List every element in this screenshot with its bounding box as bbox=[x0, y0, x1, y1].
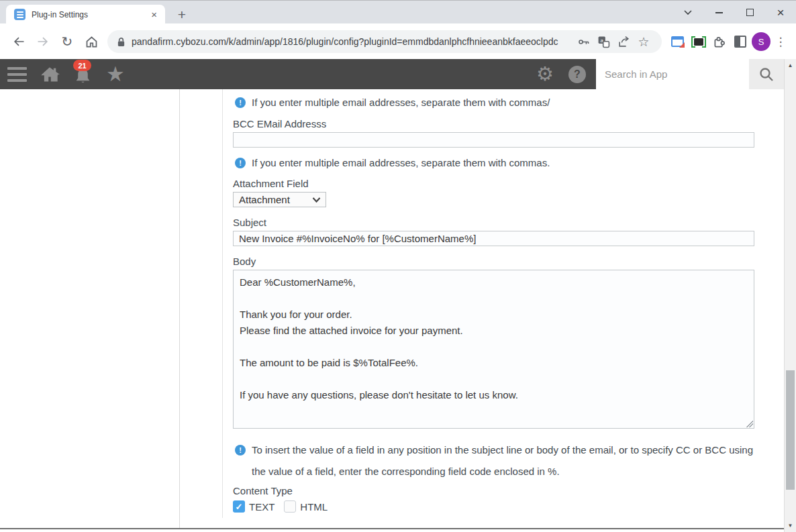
settings-gear-icon[interactable]: ⚙ bbox=[535, 59, 555, 89]
new-tab-button[interactable]: + bbox=[173, 6, 191, 23]
tab-close-icon[interactable]: × bbox=[148, 9, 160, 20]
reload-button[interactable]: ↻ bbox=[55, 30, 79, 54]
bcc-input[interactable] bbox=[233, 132, 754, 148]
hamburger-menu-icon[interactable] bbox=[7, 59, 27, 89]
profile-avatar[interactable]: S bbox=[752, 32, 770, 51]
bookmark-star-icon[interactable]: ☆ bbox=[634, 32, 654, 52]
info-row-cc: ! If you enter multiple email addresses,… bbox=[235, 97, 754, 109]
maximize-button[interactable] bbox=[734, 1, 765, 24]
tab-search-chevron-icon[interactable] bbox=[673, 1, 703, 24]
window-close-button[interactable]: × bbox=[765, 1, 796, 24]
plugin-settings-form: ! If you enter multiple email addresses,… bbox=[233, 89, 754, 513]
window-controls: × bbox=[673, 1, 796, 24]
password-key-icon[interactable] bbox=[573, 32, 593, 52]
content-type-html-checkbox[interactable] bbox=[284, 500, 296, 513]
browser-menu-kebab-icon[interactable]: ⋮ bbox=[772, 35, 789, 49]
notification-badge: 21 bbox=[73, 60, 91, 71]
tab-strip: Plug-in Settings × + × bbox=[0, 0, 796, 23]
notifications-bell-icon[interactable]: 21 bbox=[72, 59, 93, 89]
form-section-border bbox=[222, 89, 223, 518]
translate-icon[interactable]: a bbox=[593, 32, 613, 52]
browser-window: Plug-in Settings × + × ↻ pandafirm.cyboz… bbox=[0, 0, 796, 532]
left-column-divider bbox=[179, 89, 180, 528]
page-scrollbar[interactable]: ▲ ▼ bbox=[784, 59, 796, 532]
contrast-extension-icon[interactable] bbox=[730, 32, 750, 52]
browser-toolbar: ↻ pandafirm.cybozu.com/k/admin/app/1816/… bbox=[0, 24, 796, 59]
app-header: 21 ★ ⚙ ? bbox=[0, 59, 784, 89]
url-bar[interactable]: pandafirm.cybozu.com/k/admin/app/1816/pl… bbox=[107, 30, 662, 53]
attachment-select-value: Attachment bbox=[239, 194, 290, 205]
content-type-text-label: TEXT bbox=[249, 501, 275, 513]
plugin-settings-page: ! If you enter multiple email addresses,… bbox=[0, 89, 784, 532]
info-text-cc: If you enter multiple email addresses, s… bbox=[252, 97, 550, 109]
scroll-down-arrow-icon[interactable]: ▼ bbox=[785, 520, 796, 531]
attachment-select[interactable]: Attachment bbox=[233, 192, 326, 207]
info-icon: ! bbox=[235, 158, 246, 168]
search-button[interactable] bbox=[749, 59, 784, 89]
subject-label: Subject bbox=[233, 217, 754, 229]
body-textarea-wrap: Dear %CustomerName%, Thank you for your … bbox=[233, 270, 754, 429]
scroll-up-arrow-icon[interactable]: ▲ bbox=[785, 60, 796, 71]
section-bottom-divider bbox=[0, 528, 784, 529]
body-label: Body bbox=[233, 256, 754, 268]
bcc-label: BCC EMail Addresss bbox=[233, 118, 754, 130]
search-input[interactable] bbox=[596, 59, 749, 89]
content-type-options: ✓ TEXT HTML bbox=[233, 500, 754, 513]
chevron-down-icon bbox=[312, 197, 321, 203]
tab-title: Plug-in Settings bbox=[32, 10, 148, 19]
minimize-button[interactable] bbox=[703, 1, 734, 24]
window-capture-extension-icon[interactable] bbox=[667, 32, 688, 52]
content-type-label: Content Type bbox=[233, 485, 754, 497]
content-type-text-checkbox[interactable]: ✓ bbox=[233, 500, 245, 513]
info-row-bcc: ! If you enter multiple email addresses,… bbox=[235, 157, 754, 169]
content-type-html-label: HTML bbox=[300, 501, 328, 513]
info-row-field-code: ! To insert the value of a field in any … bbox=[235, 439, 754, 482]
url-text[interactable]: pandafirm.cybozu.com/k/admin/app/1816/pl… bbox=[132, 36, 573, 47]
back-button[interactable] bbox=[7, 30, 31, 54]
lock-icon bbox=[117, 37, 126, 47]
help-icon[interactable]: ? bbox=[567, 59, 587, 89]
search-icon bbox=[758, 66, 775, 83]
forward-button[interactable] bbox=[31, 30, 55, 54]
info-icon: ! bbox=[235, 97, 246, 108]
portal-home-icon[interactable] bbox=[40, 59, 60, 89]
subject-input[interactable] bbox=[233, 231, 754, 246]
checkmark-icon: ✓ bbox=[236, 502, 243, 512]
scrollbar-thumb[interactable] bbox=[786, 370, 795, 490]
browser-tab[interactable]: Plug-in Settings × bbox=[6, 5, 165, 24]
screenshot-extension-icon[interactable] bbox=[688, 32, 709, 52]
info-icon: ! bbox=[235, 445, 246, 456]
attachment-field-label: Attachment Field bbox=[233, 178, 754, 190]
home-button[interactable] bbox=[79, 30, 103, 54]
tab-favicon-icon bbox=[14, 9, 26, 20]
favorites-star-icon[interactable]: ★ bbox=[105, 59, 126, 89]
body-textarea[interactable]: Dear %CustomerName%, Thank you for your … bbox=[233, 270, 754, 429]
info-text-field-code: To insert the value of a field in any po… bbox=[252, 439, 754, 482]
extensions-puzzle-icon[interactable] bbox=[709, 32, 730, 52]
share-icon[interactable] bbox=[613, 32, 634, 52]
extensions-area: S ⋮ bbox=[667, 32, 789, 52]
info-text-bcc: If you enter multiple email addresses, s… bbox=[252, 157, 550, 169]
